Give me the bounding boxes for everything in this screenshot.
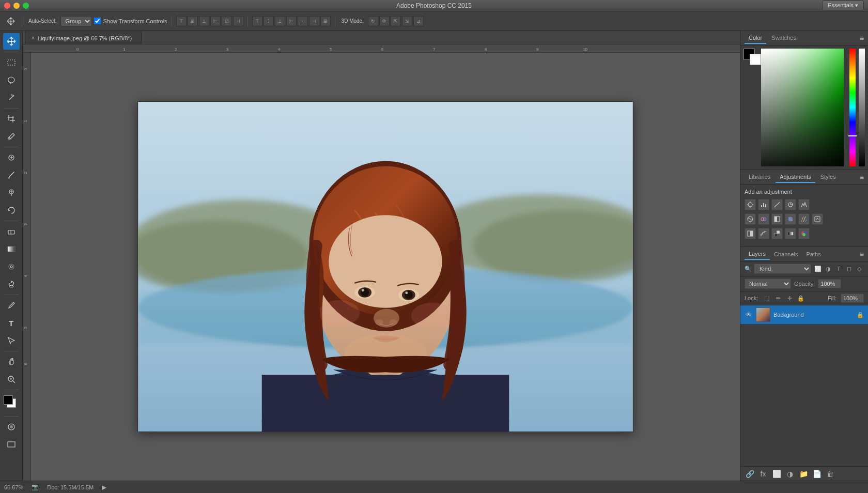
blur-tool[interactable] [3, 258, 20, 275]
alpha-bar[interactable] [859, 49, 865, 166]
lock-image[interactable]: ✏ [773, 294, 783, 303]
3d-btn3[interactable]: ⇱ [391, 16, 401, 26]
quick-mask-tool[interactable] [3, 419, 20, 435]
libraries-tab[interactable]: Libraries [745, 172, 774, 183]
hue-bar[interactable] [849, 49, 856, 166]
dist-right[interactable]: ⊣ [309, 16, 319, 26]
3d-btn4[interactable]: ⇲ [402, 16, 412, 26]
blend-mode-select[interactable]: Normal Dissolve Darken Multiply Screen O… [745, 279, 791, 289]
styles-tab[interactable]: Styles [816, 172, 840, 183]
delete-layer[interactable]: 🗑 [825, 469, 835, 479]
lasso-tool[interactable] [3, 72, 20, 88]
move-tool-icon[interactable] [4, 16, 18, 27]
align-bottom-edges[interactable]: ⊥ [199, 16, 209, 26]
align-vertical-centers[interactable]: ⊞ [188, 16, 198, 26]
type-filter[interactable]: T [834, 264, 843, 273]
status-arrow[interactable]: ▶ [102, 484, 106, 491]
crop-tool[interactable] [3, 111, 20, 127]
marquee-tool[interactable] [3, 54, 20, 71]
paths-tab[interactable]: Paths [802, 249, 825, 259]
gradient-tool[interactable] [3, 241, 20, 257]
adj-panel-menu[interactable]: ≡ [860, 173, 864, 181]
color-saturation-field[interactable] [761, 49, 844, 166]
filter-kind-select[interactable]: Kind Name Effect Mode Attribute [754, 264, 811, 274]
dist-vert[interactable]: ⋮ [264, 16, 274, 26]
path-selection-tool[interactable] [3, 332, 20, 349]
lock-position[interactable]: ✛ [785, 294, 794, 303]
add-style[interactable]: fx [758, 469, 768, 479]
zoom-tool[interactable] [3, 371, 20, 388]
brush-tool[interactable] [3, 167, 20, 183]
link-layers[interactable]: 🔗 [745, 469, 755, 479]
gradient-map-adj[interactable] [785, 228, 796, 239]
move-tool[interactable] [3, 33, 20, 50]
document-tab[interactable]: × LiquifyImage.jpeg @ 66.7% (RGB/8*) [25, 32, 142, 44]
posterize-adj[interactable] [758, 228, 769, 239]
doc-tab-close[interactable]: × [32, 35, 35, 41]
foreground-color-swatch[interactable] [4, 395, 13, 405]
dist-top[interactable]: ⊤ [252, 16, 262, 26]
layers-panel-menu[interactable]: ≡ [860, 250, 864, 258]
dist-left[interactable]: ⊢ [286, 16, 297, 26]
align-horizontal-centers[interactable]: ⊡ [222, 16, 232, 26]
curves-adj[interactable] [771, 199, 783, 210]
window-controls[interactable] [4, 3, 29, 9]
colorlookup-adj[interactable] [812, 213, 823, 225]
add-group[interactable]: 📁 [798, 469, 809, 479]
threshold-adj[interactable] [771, 228, 783, 239]
close-button[interactable] [4, 3, 10, 9]
align-right-edges[interactable]: ⊣ [233, 16, 243, 26]
3d-btn1[interactable]: ↻ [368, 16, 378, 26]
hsl-adj[interactable] [745, 213, 756, 225]
fill-input[interactable] [841, 294, 864, 303]
colorbalance-adj[interactable] [758, 213, 769, 225]
new-layer[interactable]: 📄 [812, 469, 822, 479]
color-swatches[interactable] [2, 394, 21, 414]
dist-bottom[interactable]: ⊥ [275, 16, 285, 26]
dist-extra[interactable]: ⊞ [320, 16, 331, 26]
levels-adj[interactable] [758, 199, 769, 210]
canvas-scroll[interactable] [31, 53, 740, 481]
layer-visibility-icon[interactable]: 👁 [745, 311, 753, 319]
background-layer[interactable]: 👁 Background 🔒 [740, 305, 868, 324]
channelmix-adj[interactable] [798, 213, 810, 225]
history-brush-tool[interactable] [3, 202, 20, 219]
opacity-input[interactable] [818, 279, 841, 288]
burn-tool[interactable] [3, 276, 20, 292]
essentials-button[interactable]: Essentials ▾ [822, 1, 864, 10]
channels-tab[interactable]: Channels [770, 249, 802, 259]
hand-tool[interactable] [3, 353, 20, 370]
transform-controls-checkbox[interactable] [94, 18, 101, 24]
3d-btn5[interactable]: ⊿ [413, 16, 424, 26]
zoom-icon-btn[interactable]: 📷 [32, 484, 39, 490]
healing-tool[interactable] [3, 149, 20, 166]
selective-color-adj[interactable] [798, 228, 810, 239]
main-canvas[interactable] [137, 101, 633, 432]
color-panel-menu[interactable]: ≡ [860, 34, 864, 42]
vibrance-adj[interactable] [798, 199, 810, 210]
3d-btn2[interactable]: ⟳ [379, 16, 390, 26]
color-tab[interactable]: Color [745, 33, 766, 44]
layers-list[interactable]: 👁 Background 🔒 [740, 305, 868, 466]
invert-adj[interactable] [745, 228, 756, 239]
lock-all[interactable]: 🔒 [796, 294, 805, 303]
maximize-button[interactable] [23, 3, 29, 9]
swatches-tab[interactable]: Swatches [767, 33, 800, 44]
eyedropper-tool[interactable] [3, 128, 20, 145]
clone-stamp-tool[interactable] [3, 184, 20, 201]
screen-mode-tool[interactable] [3, 436, 20, 453]
add-adjustment[interactable]: ◑ [785, 469, 795, 479]
lock-transparent[interactable]: ⬚ [762, 294, 771, 303]
bg-swatch[interactable] [750, 54, 761, 65]
bw-adj[interactable] [771, 213, 783, 225]
exposure-adj[interactable] [785, 199, 796, 210]
text-tool[interactable]: T [3, 315, 20, 331]
pen-tool[interactable] [3, 297, 20, 314]
photofilter-adj[interactable] [785, 213, 796, 225]
align-top-edges[interactable]: ⊤ [176, 16, 187, 26]
minimize-button[interactable] [13, 3, 20, 9]
pixel-filter[interactable]: ⬜ [813, 264, 823, 273]
dist-horiz[interactable]: ⋯ [298, 16, 308, 26]
shape-filter[interactable]: ◻ [844, 264, 854, 273]
magic-wand-tool[interactable] [3, 89, 20, 106]
